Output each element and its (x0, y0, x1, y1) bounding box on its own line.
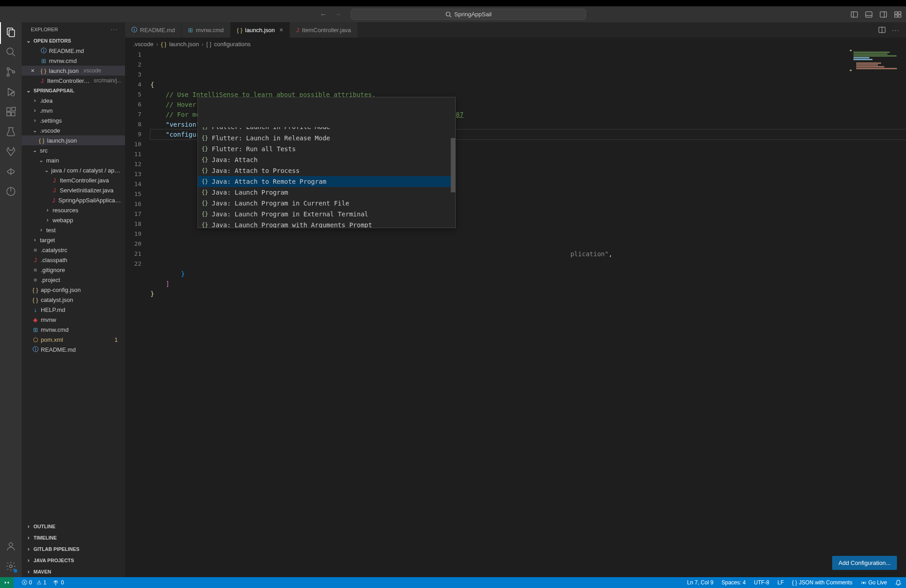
suggest-item[interactable]: {}Flutter: Launch in Profile Mode (198, 127, 455, 133)
breadcrumb[interactable]: .vscode › { } launch.json › [ ] configur… (125, 38, 906, 50)
folder-item[interactable]: ›.idea (22, 96, 125, 105)
add-configuration-button[interactable]: Add Configuration... (832, 556, 897, 570)
suggest-label: Flutter: Launch in Profile Mode (212, 127, 330, 132)
editor-area: ⓘREADME.md⊞mvnw.cmd{ }launch.json×JItemC… (125, 22, 906, 577)
suggest-label: Java: Launch Program (212, 187, 288, 197)
suggest-item[interactable]: {}Java: Attach (198, 154, 455, 165)
indentation[interactable]: Spaces: 4 (722, 579, 746, 586)
editor-tab[interactable]: JItemController.java (290, 22, 358, 38)
file-item[interactable]: ≡.gitignore (22, 265, 125, 275)
folder-item[interactable]: ›.settings (22, 115, 125, 125)
extensions-icon[interactable] (5, 106, 16, 117)
suggest-item[interactable]: {}Java: Launch Program in External Termi… (198, 209, 455, 220)
language-mode[interactable]: { } JSON with Comments (792, 579, 852, 586)
code-content[interactable]: { // Use IntelliSense to learn about pos… (150, 50, 906, 577)
suggest-item[interactable]: {}Flutter: Launch in Release Mode (198, 133, 455, 143)
suggest-item[interactable]: {}Java: Attach to Process (198, 165, 455, 176)
encoding[interactable]: UTF-8 (754, 579, 769, 586)
file-item[interactable]: ≡.project (22, 275, 125, 285)
file-item[interactable]: JSpringAppSailApplication.java (22, 195, 125, 205)
sidebar-section-gitlab-pipelines[interactable]: ›GitLab Pipelines (22, 543, 125, 555)
snippet-icon: {} (202, 133, 208, 143)
ports-indicator[interactable]: 0 (53, 579, 64, 586)
cursor-position[interactable]: Ln 7, Col 9 (687, 579, 713, 586)
remote-explorer-icon[interactable] (5, 166, 16, 177)
svg-rect-21 (7, 108, 10, 111)
file-item[interactable]: ◆mvnw (22, 315, 125, 325)
toggle-secondary-sidebar-icon[interactable] (880, 11, 887, 18)
go-live[interactable]: Go Live (861, 579, 887, 586)
run-debug-icon[interactable] (5, 86, 16, 97)
folder-item[interactable]: ›webapp (22, 215, 125, 225)
activity-bar (0, 22, 22, 577)
folder-item[interactable]: ›resources (22, 205, 125, 215)
open-editor-item[interactable]: ⊞mvnw.cmd (22, 56, 125, 66)
file-item[interactable]: { }catalyst.json (22, 295, 125, 305)
explorer-icon[interactable] (5, 27, 16, 38)
file-item[interactable]: ↓HELP.md (22, 305, 125, 315)
file-item[interactable]: JServletInitializer.java (22, 185, 125, 195)
file-item[interactable]: { }app-config.json (22, 285, 125, 295)
close-icon[interactable]: × (31, 67, 38, 74)
suggest-scrollbar[interactable] (451, 138, 455, 192)
customize-layout-icon[interactable] (894, 11, 901, 18)
file-item[interactable]: ⬡pom.xml1 (22, 335, 125, 344)
testing-icon[interactable] (5, 126, 16, 137)
remote-indicator[interactable] (0, 577, 14, 588)
folder-item[interactable]: ›target (22, 235, 125, 245)
file-item[interactable]: J.classpath (22, 255, 125, 265)
open-editors-header[interactable]: ⌄ Open Editors (22, 36, 125, 46)
folder-item[interactable]: ›.mvn (22, 105, 125, 115)
sidebar-section-maven[interactable]: ›Maven (22, 566, 125, 577)
folder-item[interactable]: ⌄src (22, 145, 125, 155)
problems-indicator[interactable]: ⓧ0 ⚠1 (22, 579, 46, 587)
eol[interactable]: LF (777, 579, 784, 586)
editor-tab[interactable]: { }launch.json× (231, 22, 290, 38)
editor-tab[interactable]: ⓘREADME.md (125, 22, 182, 38)
file-item[interactable]: ⊞mvnw.cmd (22, 325, 125, 335)
open-editor-item[interactable]: ⓘREADME.md (22, 46, 125, 56)
sidebar-section-timeline[interactable]: ›Timeline (22, 532, 125, 543)
intellisense-suggest[interactable]: {}Flutter: Launch in Profile Mode{}Flutt… (198, 97, 456, 228)
snippet-icon: {} (202, 220, 208, 228)
open-editor-item[interactable]: ×{ }launch.json.vscode (22, 66, 125, 76)
project-header[interactable]: ⌄ SPRINGAPPSAIL (22, 86, 125, 96)
nav-forward-icon[interactable]: → (334, 10, 342, 19)
chevron-right-icon: › (32, 97, 38, 104)
source-control-icon[interactable] (5, 67, 16, 77)
accounts-icon[interactable] (5, 541, 16, 552)
file-item[interactable]: ≡.catalystrc (22, 245, 125, 255)
split-editor-icon[interactable] (878, 26, 886, 33)
folder-item[interactable]: ⌄java / com / catalyst / appsailspri... (22, 165, 125, 175)
toggle-primary-sidebar-icon[interactable] (851, 11, 858, 18)
suggest-item[interactable]: {}Java: Attach to Remote Program (198, 176, 455, 187)
suggest-item[interactable]: {}Java: Launch Program (198, 187, 455, 198)
command-center-search[interactable]: SpringAppSail (351, 9, 586, 20)
suggest-item[interactable]: {}Java: Launch Program with Arguments Pr… (198, 220, 455, 228)
suggest-item[interactable]: {}Flutter: Run all Tests (198, 143, 455, 154)
file-item[interactable]: JItemController.java (22, 175, 125, 185)
open-editor-item[interactable]: JItemController.javasrc/main/j... (22, 76, 125, 86)
nav-back-icon[interactable]: ← (320, 10, 327, 19)
suggest-item[interactable]: {}Java: Launch Program in Current File (198, 198, 455, 209)
settings-gear-icon[interactable] (5, 561, 16, 572)
search-activity-icon[interactable] (5, 47, 16, 57)
folder-item[interactable]: ⌄.vscode (22, 125, 125, 135)
close-icon[interactable]: × (278, 26, 283, 33)
snippet-icon: {} (202, 127, 208, 132)
folder-item[interactable]: ⌄main (22, 155, 125, 165)
code-editor[interactable]: 12345678910111213141516171819202122 { //… (125, 50, 906, 577)
notifications-icon[interactable] (895, 579, 901, 586)
more-actions-icon[interactable]: ··· (111, 27, 118, 32)
editor-more-icon[interactable]: ··· (892, 27, 900, 33)
editor-tab[interactable]: ⊞mvnw.cmd (182, 22, 230, 38)
power-icon[interactable] (5, 186, 16, 197)
gitlab-icon[interactable] (5, 146, 16, 157)
toggle-panel-icon[interactable] (865, 11, 872, 18)
sidebar-section-java-projects[interactable]: ›Java Projects (22, 555, 125, 566)
file-item[interactable]: ⓘREADME.md (22, 344, 125, 354)
folder-item[interactable]: ›test (22, 225, 125, 235)
chevron-right-icon: › (25, 569, 32, 575)
sidebar-section-outline[interactable]: ›Outline (22, 521, 125, 532)
file-item[interactable]: { }launch.json (22, 135, 125, 145)
